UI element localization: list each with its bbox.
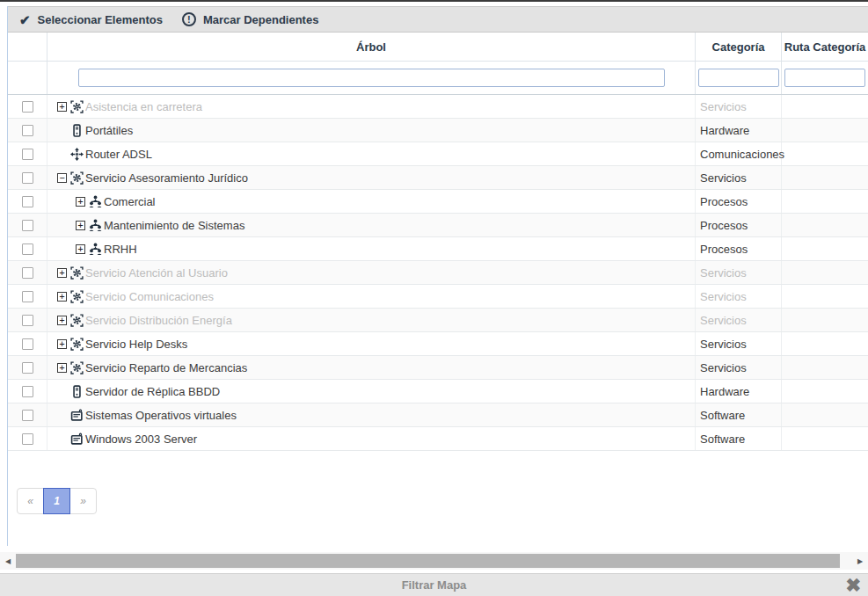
- scroll-right-arrow-icon[interactable]: ▶: [854, 555, 866, 567]
- row-checkbox[interactable]: [22, 149, 33, 160]
- tree-item-label[interactable]: Asistencia en carretera: [85, 100, 202, 113]
- service-icon: [69, 289, 84, 303]
- row-checkbox-cell: [8, 142, 47, 165]
- expand-icon[interactable]: +: [57, 339, 67, 349]
- category-path-cell: [782, 237, 868, 260]
- row-checkbox-cell: [8, 332, 47, 355]
- expand-icon[interactable]: +: [76, 221, 85, 230]
- header-category-path-column[interactable]: Ruta Categoría: [782, 33, 868, 61]
- tree-item-label[interactable]: Sistemas Operativos virtuales: [85, 409, 237, 422]
- service-icon: [69, 99, 84, 113]
- row-checkbox[interactable]: [22, 410, 33, 421]
- category-path-cell: [782, 95, 868, 118]
- row-checkbox-cell: [8, 356, 47, 379]
- row-checkbox[interactable]: [22, 386, 33, 397]
- close-icon[interactable]: ✖: [845, 575, 861, 593]
- filter-map-panel: ✔ Seleccionar Elementos ! Marcar Dependi…: [7, 6, 868, 546]
- row-checkbox[interactable]: [22, 362, 33, 374]
- hardware-icon: [69, 384, 84, 398]
- mark-dependents-button[interactable]: ! Marcar Dependientes: [182, 12, 319, 26]
- category-path-filter-input[interactable]: [784, 69, 865, 87]
- select-elements-label: Seleccionar Elementos: [38, 13, 163, 26]
- scroll-left-arrow-icon[interactable]: ◀: [2, 555, 14, 567]
- header-category-column[interactable]: Categoría: [696, 33, 782, 61]
- horizontal-scrollbar[interactable]: ◀ ▶: [0, 552, 868, 570]
- row-checkbox[interactable]: [22, 172, 33, 184]
- category-cell: Procesos: [696, 237, 782, 260]
- tree-item-label[interactable]: Servicio Help Desks: [85, 338, 187, 351]
- tree-item-label[interactable]: Servicio Atención al Usuario: [85, 266, 228, 280]
- expand-icon[interactable]: +: [76, 197, 85, 207]
- table-row: +Servicio Help DesksServicios: [8, 332, 868, 356]
- tree-item-label[interactable]: Servicio Asesoramiento Jurídico: [85, 171, 248, 185]
- header-checkbox-column: [8, 33, 47, 61]
- horizontal-scrollbar-thumb[interactable]: [16, 554, 840, 568]
- category-cell: Servicios: [696, 332, 782, 355]
- table-row: PortátilesHardware: [8, 119, 868, 142]
- table-row: +Servicio ComunicacionesServicios: [8, 285, 868, 309]
- category-path-cell: [782, 261, 868, 284]
- row-checkbox[interactable]: [22, 338, 33, 350]
- table-row: +Servicio Distribución EnergíaServicios: [8, 309, 868, 332]
- header-tree-column[interactable]: Árbol: [47, 33, 696, 61]
- row-checkbox[interactable]: [22, 291, 33, 302]
- tree-cell: +Servicio Reparto de Mercancias: [47, 356, 696, 379]
- category-path-cell: [782, 380, 868, 403]
- expand-icon[interactable]: +: [57, 316, 67, 325]
- category-cell: Servicios: [696, 95, 782, 118]
- comms-icon: [69, 147, 84, 161]
- collapse-icon[interactable]: −: [57, 173, 67, 183]
- expand-icon[interactable]: +: [57, 102, 67, 112]
- tree-item-label[interactable]: Comercial: [104, 195, 156, 208]
- pagination: « 1 »: [17, 488, 97, 514]
- table-row: +Servicio Atención al UsuarioServicios: [8, 261, 868, 285]
- row-checkbox-cell: [8, 166, 47, 189]
- category-path-cell: [782, 427, 868, 450]
- pagination-prev-button[interactable]: «: [17, 488, 44, 514]
- expand-icon[interactable]: +: [76, 244, 85, 254]
- category-cell: Servicios: [696, 166, 782, 189]
- row-checkbox[interactable]: [22, 267, 33, 279]
- row-checkbox[interactable]: [22, 220, 33, 231]
- tree-cell: +Mantenimiento de Sistemas: [47, 214, 696, 236]
- tree-item-label[interactable]: Portátiles: [85, 124, 133, 137]
- tree-item-label[interactable]: RRHH: [104, 243, 137, 256]
- category-path-cell: [782, 214, 868, 236]
- category-path-cell: [782, 309, 868, 331]
- tree-item-label[interactable]: Servicio Reparto de Mercancias: [85, 361, 247, 374]
- table-row: +ComercialProcesos: [8, 190, 868, 214]
- process-icon: [88, 218, 102, 232]
- expand-icon[interactable]: +: [57, 268, 67, 278]
- tree-item-label[interactable]: Windows 2003 Server: [85, 432, 197, 446]
- footer-bar: Filtrar Mapa ✖: [0, 573, 868, 596]
- row-checkbox[interactable]: [22, 196, 33, 207]
- category-path-cell: [782, 119, 868, 142]
- row-checkbox[interactable]: [22, 433, 33, 445]
- table-row: +Mantenimiento de SistemasProcesos: [8, 214, 868, 237]
- exclamation-circle-icon: !: [182, 12, 196, 26]
- row-checkbox[interactable]: [22, 125, 33, 136]
- tree-filter-input[interactable]: [78, 69, 665, 87]
- footer-title: Filtrar Mapa: [402, 578, 467, 592]
- pagination-page-1-button[interactable]: 1: [43, 488, 70, 514]
- pagination-next-button[interactable]: »: [69, 488, 97, 514]
- category-filter-input[interactable]: [698, 69, 779, 87]
- row-checkbox[interactable]: [22, 315, 33, 326]
- row-checkbox[interactable]: [22, 101, 33, 113]
- tree-cell: Sistemas Operativos virtuales: [47, 403, 696, 426]
- expand-icon[interactable]: +: [57, 363, 67, 373]
- row-checkbox[interactable]: [22, 243, 33, 255]
- tree-cell: +Comercial: [47, 190, 696, 213]
- select-elements-button[interactable]: ✔ Seleccionar Elementos: [19, 13, 163, 26]
- tree-item-label[interactable]: Servicio Comunicaciones: [85, 290, 214, 303]
- hardware-icon: [69, 123, 84, 137]
- process-icon: [88, 242, 102, 256]
- tree-item-label[interactable]: Servicio Distribución Energía: [85, 314, 232, 327]
- tree-item-label[interactable]: Mantenimiento de Sistemas: [104, 219, 244, 232]
- table-row: −Servicio Asesoramiento JurídicoServicio…: [8, 166, 868, 190]
- table-header: Árbol Categoría Ruta Categoría: [8, 33, 868, 62]
- mark-dependents-label: Marcar Dependientes: [203, 13, 319, 26]
- tree-item-label[interactable]: Router ADSL: [85, 148, 152, 161]
- tree-item-label[interactable]: Servidor de Réplica BBDD: [85, 385, 220, 398]
- expand-icon[interactable]: +: [57, 292, 67, 302]
